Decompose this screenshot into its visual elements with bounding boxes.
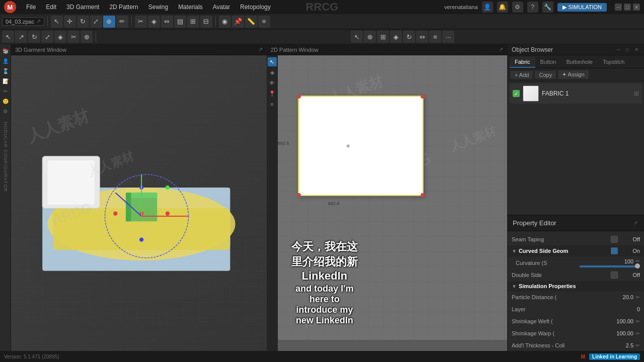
tab-buttonhole[interactable]: Buttonhole	[561, 57, 598, 68]
2d-rotate[interactable]: ↻	[28, 31, 40, 43]
pt-view[interactable]: 👁	[268, 78, 277, 87]
addl-thickness-coll-edit[interactable]: ✏	[635, 342, 640, 349]
2d-stitch[interactable]: ⊕	[80, 31, 93, 43]
pattern-background[interactable]: 人人素材 RRCG 人人素材 RIIRCG ⌖ 892.6 892.6	[278, 55, 507, 340]
notification-icon[interactable]: 🔔	[497, 2, 508, 13]
fabric-item-1[interactable]: ✓ FABRIC 1 ⊞	[510, 83, 642, 104]
2d-edit[interactable]: ◈	[54, 31, 66, 43]
grid-tool[interactable]: ⊞	[187, 16, 199, 28]
rotate-tool[interactable]: ↻	[77, 16, 89, 28]
simulation-section[interactable]: ▼ Simulation Properties	[508, 281, 644, 291]
dimension-left: 892.6	[278, 141, 289, 146]
add-button[interactable]: + Add	[511, 71, 533, 79]
menu-file[interactable]: File	[22, 3, 40, 12]
tab-button[interactable]: Button	[535, 57, 561, 68]
menu-2d-pattern[interactable]: 2D Pattern	[105, 3, 142, 12]
pe-expand[interactable]: ↗	[632, 220, 639, 227]
menu-sewing[interactable]: Sewing	[144, 3, 172, 12]
viewport-3d-expand[interactable]: ↗	[258, 46, 263, 53]
mesh-tool[interactable]: ⊟	[200, 16, 212, 28]
2d-move[interactable]: ↗	[15, 31, 27, 43]
pt-pin[interactable]: 📍	[268, 89, 277, 98]
person-icon[interactable]: 🙂	[1, 97, 10, 106]
pattern-mirror[interactable]: ⇔	[416, 31, 428, 43]
shrinkage-warp-value: 100.00 ✏	[613, 330, 640, 337]
simulation-button[interactable]: ▶ SIMULATION	[557, 3, 607, 12]
pattern-select[interactable]: ↖	[351, 31, 363, 43]
menu-materials[interactable]: Materials	[174, 3, 207, 12]
menu-retopology[interactable]: Retopology	[236, 3, 275, 12]
curvature-slider[interactable]	[580, 265, 640, 267]
pattern-dots[interactable]: ···	[442, 31, 454, 43]
assign-button[interactable]: ✦ Assign	[558, 70, 588, 79]
property-editor: Property Editor ↗ Seam Taping Off ▼	[508, 215, 644, 351]
linkedin-badge: Linked in Learning	[589, 353, 640, 360]
snap-tool[interactable]: ◉	[219, 16, 231, 28]
arrange-tool[interactable]: ▤	[174, 16, 186, 28]
pt-info[interactable]: ◈	[268, 68, 277, 77]
menu-3d-garment[interactable]: 3D Garment	[62, 3, 103, 12]
double-side-checkbox[interactable]	[611, 272, 618, 279]
help-icon[interactable]: ?	[527, 2, 538, 13]
menu-edit[interactable]: Edit	[42, 3, 60, 12]
library-icon[interactable]: 📚	[1, 46, 10, 55]
view-tool[interactable]: ◈	[148, 16, 160, 28]
curved-side-section[interactable]: ▼ Curved Side Geom On	[508, 245, 644, 256]
pattern-move[interactable]: ⊞	[377, 31, 389, 43]
fabric-icon[interactable]: 🧵	[1, 66, 10, 75]
seam-taping-checkbox[interactable]	[611, 236, 618, 243]
user-avatar-icon[interactable]: 👤	[482, 2, 493, 13]
pattern-view[interactable]: ◈	[390, 31, 402, 43]
viewport-3d-content[interactable]: 人人素材 RRCG 人人素材	[11, 55, 267, 351]
viewport-2d-title: 2D Pattern Window	[271, 47, 318, 53]
scale-tool[interactable]: ⤢	[90, 16, 102, 28]
particle-dist-edit[interactable]: ✏	[635, 294, 640, 301]
pattern-measure[interactable]: ≡	[429, 31, 441, 43]
copy-button[interactable]: Copy	[535, 71, 556, 79]
pattern-canvas[interactable]: 人人素材 RRCG 人人素材 RIIRCG ⌖ 892.6 892.6 今天，	[278, 55, 507, 351]
2d-cut[interactable]: ✂	[67, 31, 79, 43]
viewport-2d-expand[interactable]: ↗	[499, 46, 503, 53]
mirror-tool[interactable]: ⇔	[161, 16, 173, 28]
pattern-zoom[interactable]: ⊕	[364, 31, 376, 43]
2d-scale[interactable]: ⤢	[41, 31, 53, 43]
ob-close[interactable]: ✕	[633, 46, 640, 53]
statusbar-right: M Linked in Learning	[581, 353, 640, 360]
select-tool[interactable]: ↖	[51, 16, 63, 28]
tools-icon[interactable]: 🔧	[542, 2, 553, 13]
ob-minimize[interactable]: ─	[615, 46, 622, 53]
pt-select[interactable]: ↖	[268, 57, 277, 66]
pattern-rotate[interactable]: ↻	[403, 31, 415, 43]
fabric-options-icon[interactable]: ⊞	[634, 90, 639, 97]
more-tool[interactable]: ≡	[258, 16, 270, 28]
measure-tool[interactable]: 📏	[245, 16, 257, 28]
pattern-piece-1[interactable]: ⌖	[298, 96, 424, 196]
settings-icon[interactable]: ⚙	[512, 2, 523, 13]
maximize-button[interactable]: □	[624, 4, 631, 11]
cut-tool[interactable]: ✂	[135, 16, 147, 28]
transform-tool[interactable]: ⊕	[103, 16, 115, 28]
menu-avatar[interactable]: Avatar	[209, 3, 234, 12]
shrinkage-weft-edit[interactable]: ✏	[635, 318, 640, 325]
sphere-icon[interactable]: ⚙	[1, 107, 10, 116]
minimize-button[interactable]: ─	[615, 4, 622, 11]
viewport-2d[interactable]: 2D Pattern Window ↗ ↖ ◈ 👁 📍 ≡ 人人素材 RRCG …	[267, 44, 507, 351]
pen-tool[interactable]: ✏	[116, 16, 128, 28]
2d-select[interactable]: ↖	[2, 31, 14, 43]
curvature-thumb[interactable]	[635, 263, 640, 268]
pin-tool[interactable]: 📌	[232, 16, 244, 28]
close-button[interactable]: ✕	[633, 4, 640, 11]
avatar-icon[interactable]: 👤	[1, 56, 10, 65]
tab-fabric[interactable]: Fabric	[510, 57, 535, 68]
layer-value: 0	[620, 306, 640, 312]
curvature-label: Curvature (S	[516, 260, 580, 266]
move-tool[interactable]: ✛	[64, 16, 76, 28]
erase-icon[interactable]: ✏	[1, 86, 10, 96]
ob-expand[interactable]: □	[624, 46, 631, 53]
curved-side-checkbox[interactable]	[611, 247, 618, 254]
tab-topstitch[interactable]: Topstitch	[598, 57, 629, 68]
notes-icon[interactable]: 📝	[1, 76, 10, 85]
viewport-3d[interactable]: 3D Garment Window ↗ 人人素材 RRCG 人人素材	[11, 44, 267, 351]
pt-more[interactable]: ≡	[268, 100, 277, 109]
shrinkage-warp-edit[interactable]: ✏	[635, 330, 640, 337]
